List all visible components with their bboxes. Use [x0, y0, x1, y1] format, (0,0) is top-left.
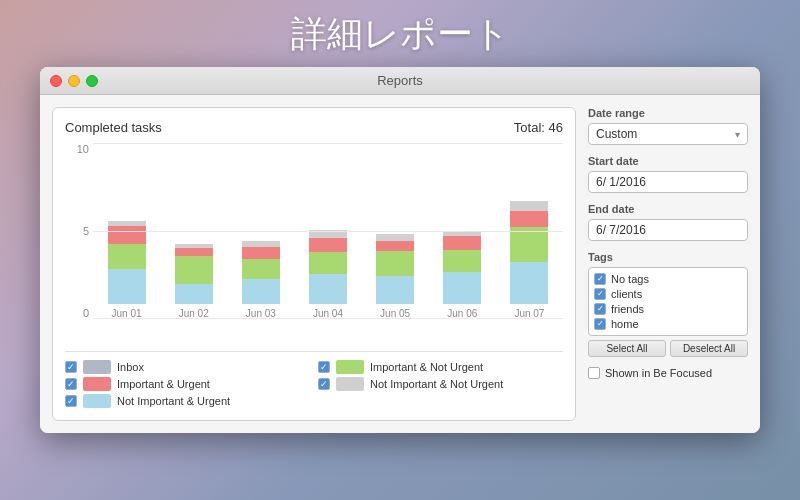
y-axis-label: 5	[83, 225, 89, 237]
legend-label: Not Important & Not Urgent	[370, 378, 503, 390]
tag-label: home	[611, 318, 639, 330]
shown-checkbox[interactable]	[588, 367, 600, 379]
tag-item: friends	[594, 303, 742, 315]
select-all-button[interactable]: Select All	[588, 340, 666, 357]
date-range-value: Custom	[596, 127, 637, 141]
bar-segment	[376, 276, 414, 304]
legend-item: Not Important & Not Urgent	[318, 377, 563, 391]
y-axis: 1050	[65, 143, 93, 319]
bar-group: Jun 03	[227, 143, 294, 319]
bar-segment	[309, 230, 347, 238]
bar-segment	[443, 250, 481, 272]
tag-label: friends	[611, 303, 644, 315]
bar-x-label: Jun 06	[447, 308, 477, 319]
bar-x-label: Jun 03	[246, 308, 276, 319]
bar-segment	[175, 256, 213, 284]
tag-label: clients	[611, 288, 642, 300]
bar-group: Jun 05	[362, 143, 429, 319]
legend-label: Inbox	[117, 361, 144, 373]
main-content: Completed tasks Total: 46 1050 Jun 01Jun…	[40, 95, 760, 433]
tag-checkbox[interactable]	[594, 288, 606, 300]
minimize-button[interactable]	[68, 75, 80, 87]
legend-label: Important & Not Urgent	[370, 361, 483, 373]
legend-color	[83, 394, 111, 408]
legend-checkbox[interactable]	[318, 378, 330, 390]
bar-segment	[108, 269, 146, 304]
bar-segment	[510, 201, 548, 211]
legend: InboxImportant & Not UrgentImportant & U…	[65, 351, 563, 408]
bar-segment	[175, 248, 213, 256]
shown-label: Shown in Be Focused	[605, 367, 712, 379]
bar-group: Jun 06	[429, 143, 496, 319]
y-axis-label: 10	[77, 143, 89, 155]
tag-checkbox[interactable]	[594, 303, 606, 315]
bar-group: Jun 01	[93, 143, 160, 319]
legend-color	[83, 377, 111, 391]
date-range-section: Date range Custom ▾	[588, 107, 748, 145]
shown-option: Shown in Be Focused	[588, 367, 748, 379]
legend-checkbox[interactable]	[65, 395, 77, 407]
bar-segment	[309, 274, 347, 304]
legend-checkbox[interactable]	[318, 361, 330, 373]
tag-checkbox[interactable]	[594, 273, 606, 285]
traffic-lights	[50, 75, 98, 87]
bar-stack	[510, 201, 548, 304]
bar-segment	[242, 259, 280, 279]
tag-item: No tags	[594, 273, 742, 285]
bar-segment	[376, 251, 414, 276]
tags-buttons: Select All Deselect All	[588, 340, 748, 357]
titlebar: Reports	[40, 67, 760, 95]
tag-checkbox[interactable]	[594, 318, 606, 330]
bar-x-label: Jun 01	[112, 308, 142, 319]
close-button[interactable]	[50, 75, 62, 87]
legend-color	[336, 377, 364, 391]
end-date-section: End date 6/ 7/2016	[588, 203, 748, 241]
maximize-button[interactable]	[86, 75, 98, 87]
bar-segment	[242, 247, 280, 259]
right-panel: Date range Custom ▾ Start date 6/ 1/2016…	[588, 107, 748, 421]
bar-segment	[443, 272, 481, 304]
tag-label: No tags	[611, 273, 649, 285]
end-date-label: End date	[588, 203, 748, 215]
date-range-label: Date range	[588, 107, 748, 119]
bars-container: Jun 01Jun 02Jun 03Jun 04Jun 05Jun 06Jun …	[93, 143, 563, 319]
bar-segment	[309, 252, 347, 274]
start-date-input[interactable]: 6/ 1/2016	[588, 171, 748, 193]
chart-header: Completed tasks Total: 46	[65, 120, 563, 135]
date-range-dropdown[interactable]: Custom ▾	[588, 123, 748, 145]
bar-segment	[443, 236, 481, 250]
bar-group: Jun 04	[294, 143, 361, 319]
legend-label: Important & Urgent	[117, 378, 210, 390]
chart-total: Total: 46	[514, 120, 563, 135]
dropdown-arrow-icon: ▾	[735, 129, 740, 140]
end-date-input[interactable]: 6/ 7/2016	[588, 219, 748, 241]
bar-x-label: Jun 04	[313, 308, 343, 319]
bar-segment	[309, 238, 347, 252]
chart-area: 1050 Jun 01Jun 02Jun 03Jun 04Jun 05Jun 0…	[65, 143, 563, 343]
left-panel: Completed tasks Total: 46 1050 Jun 01Jun…	[52, 107, 576, 421]
bar-stack	[443, 231, 481, 304]
legend-checkbox[interactable]	[65, 378, 77, 390]
chart-title: Completed tasks	[65, 120, 162, 135]
start-date-section: Start date 6/ 1/2016	[588, 155, 748, 193]
legend-item: Not Important & Urgent	[65, 394, 310, 408]
bar-x-label: Jun 07	[514, 308, 544, 319]
start-date-label: Start date	[588, 155, 748, 167]
bar-stack	[242, 241, 280, 304]
bar-x-label: Jun 05	[380, 308, 410, 319]
legend-color	[83, 360, 111, 374]
bar-segment	[510, 262, 548, 304]
bar-segment	[108, 244, 146, 269]
y-axis-label: 0	[83, 307, 89, 319]
bar-stack	[376, 234, 414, 304]
legend-item: Important & Urgent	[65, 377, 310, 391]
deselect-all-button[interactable]: Deselect All	[670, 340, 748, 357]
bar-stack	[108, 221, 146, 304]
bar-segment	[242, 279, 280, 304]
window-title: Reports	[377, 73, 423, 88]
bar-stack	[309, 230, 347, 304]
legend-item: Inbox	[65, 360, 310, 374]
bar-x-label: Jun 02	[179, 308, 209, 319]
bar-segment	[510, 227, 548, 262]
legend-checkbox[interactable]	[65, 361, 77, 373]
